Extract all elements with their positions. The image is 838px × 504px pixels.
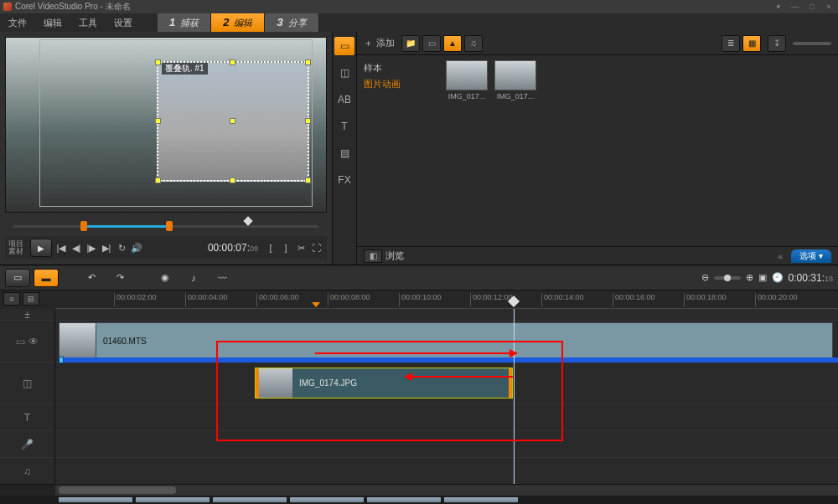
fullscreen-button[interactable]: ⛶ — [308, 243, 323, 253]
thumbnail-size-slider[interactable] — [793, 42, 831, 45]
window-title: Corel VideoStudio Pro - 未命名 — [15, 1, 131, 13]
audio-mixer-button[interactable]: ♪ — [181, 269, 206, 287]
fx-tab-icon[interactable]: FX — [334, 171, 354, 189]
clip-out-handle[interactable] — [509, 368, 512, 398]
scrollbar-thumb[interactable] — [59, 486, 176, 494]
add-media-button[interactable]: ＋添加 — [364, 37, 395, 49]
thumbnail — [446, 60, 488, 90]
timeline-scrollbar[interactable] — [0, 484, 838, 496]
menu-settings[interactable]: 设置 — [106, 13, 141, 32]
ruler-tick: 00:00:04:00 — [185, 293, 228, 306]
step-edit[interactable]: 2编辑 — [211, 13, 265, 32]
scrub-playhead[interactable] — [243, 216, 252, 225]
mark-out-button[interactable]: ] — [278, 243, 293, 253]
filter-tab-icon[interactable]: ▤ — [334, 144, 354, 162]
filter-photo-button[interactable]: ▲ — [443, 35, 462, 52]
maximize-button[interactable]: □ — [806, 3, 818, 11]
track-toggle-row[interactable]: ± — [0, 309, 54, 321]
voice-lane[interactable] — [55, 431, 838, 458]
transition-tab-icon[interactable]: ◫ — [334, 64, 354, 82]
video-track-header[interactable]: ▭ 👁 — [0, 321, 54, 363]
open-folder-button[interactable]: 📁 — [401, 35, 420, 52]
overlay-lane[interactable]: IMG_0174.JPG — [55, 363, 838, 404]
step-capture[interactable]: 1捕获 — [158, 13, 211, 32]
storyboard-view-button[interactable]: ▭ — [5, 269, 30, 287]
track-headers: ± ▭ 👁 ◫ T 🎤 ♫ — [0, 309, 55, 484]
prev-frame-button[interactable]: ◀| — [69, 243, 84, 254]
volume-button[interactable]: 🔊 — [129, 243, 144, 254]
record-button[interactable]: ◉ — [153, 269, 178, 287]
ruler-tick: 00:00:02:00 — [114, 293, 157, 306]
snap-button[interactable]: ⊟ — [23, 292, 39, 306]
redo-button[interactable]: ↷ — [107, 269, 132, 287]
menu-file[interactable]: 文件 — [0, 13, 35, 32]
library-body: 样本 图片动画 IMG_017... IMG_017... — [357, 55, 838, 246]
title-track-header[interactable]: T — [0, 404, 54, 431]
overlay-clip[interactable]: IMG_0174.JPG — [255, 368, 513, 399]
music-track-header[interactable]: ♫ — [0, 458, 54, 484]
help-icon[interactable]: ✦ — [773, 3, 784, 11]
clock-icon: 🕘 — [772, 272, 784, 283]
cut-button[interactable]: ✂ — [293, 243, 308, 254]
step-share[interactable]: 3分享 — [265, 13, 318, 32]
app-icon — [3, 3, 12, 11]
overlay-selection[interactable] — [157, 61, 309, 182]
ruler-marker[interactable] — [312, 302, 320, 307]
video-clip[interactable]: 01460.MTS — [59, 322, 833, 360]
marker-lane — [55, 309, 838, 321]
auto-music-button[interactable]: 〰 — [210, 269, 235, 287]
repeat-button[interactable]: ↻ — [114, 243, 129, 254]
mark-in-button[interactable]: [ — [263, 243, 278, 253]
preview-canvas[interactable]: 覆叠轨. #1 — [5, 37, 327, 213]
minimize-button[interactable]: — — [789, 3, 801, 11]
track-lanes[interactable]: 01460.MTS IMG_0174.JPG — [55, 309, 838, 484]
voice-track-header[interactable]: 🎤 — [0, 431, 54, 458]
zoom-in-button[interactable]: ⊕ — [746, 272, 753, 283]
title-lane[interactable] — [55, 404, 838, 431]
zoom-out-button[interactable]: ⊖ — [701, 272, 709, 283]
play-button[interactable]: ▶ — [30, 239, 52, 257]
category-photo-animation[interactable]: 图片动画 — [364, 76, 434, 92]
track-manager-button[interactable]: ≡ — [3, 292, 20, 306]
project-timecode: 0:00:31:18 — [789, 272, 833, 284]
library-category-strip: ▭ ◫ AB T ▤ FX — [332, 32, 357, 265]
title-tab-icon[interactable]: AB — [334, 90, 354, 109]
close-button[interactable]: × — [823, 3, 835, 11]
media-tab-icon[interactable]: ▭ — [334, 37, 354, 55]
eye-icon[interactable]: 👁 — [28, 336, 39, 347]
filter-audio-button[interactable]: ♫ — [464, 35, 483, 52]
menu-edit[interactable]: 编辑 — [35, 13, 70, 32]
preview-timecode: 00:00:07:08 — [208, 242, 258, 254]
menu-tools[interactable]: 工具 — [70, 13, 106, 32]
timeline-view-button[interactable]: ▬ — [34, 269, 59, 287]
undo-button[interactable]: ↶ — [79, 269, 104, 287]
next-frame-button[interactable]: |▶ — [84, 243, 99, 254]
item-name: IMG_017... — [494, 92, 536, 100]
ruler-tick: 00:00:14:00 — [541, 293, 584, 306]
fit-timeline-button[interactable]: ▣ — [758, 272, 767, 283]
time-ruler[interactable]: 00:00:02:00 00:00:04:00 00:00:06:00 00:0… — [55, 291, 838, 309]
library-item[interactable]: IMG_017... — [446, 60, 488, 241]
timeline-toolbar: ▭ ▬ ↶ ↷ ◉ ♪ 〰 ⊖ ⊕ ▣ 🕘 0:00:31:18 — [0, 265, 838, 291]
goto-start-button[interactable]: |◀ — [54, 243, 69, 254]
ruler-tick: 00:00:20:00 — [755, 293, 798, 306]
preview-scrubber[interactable] — [5, 218, 327, 234]
zoom-slider[interactable] — [714, 276, 741, 280]
goto-end-button[interactable]: ▶| — [99, 243, 114, 254]
browse-icon[interactable]: ◧ — [364, 249, 382, 263]
out-point-marker[interactable] — [166, 221, 173, 231]
grid-view-button[interactable]: ▦ — [742, 35, 761, 52]
video-lane[interactable]: 01460.MTS — [55, 321, 838, 363]
graphic-tab-icon[interactable]: T — [334, 117, 354, 136]
options-button[interactable]: 选项 ▾ — [791, 249, 831, 263]
category-sample[interactable]: 样本 — [364, 60, 434, 76]
collapse-icon[interactable]: « — [778, 251, 786, 261]
library-item[interactable]: IMG_017... — [494, 60, 536, 241]
clip-name: IMG_0174.JPG — [292, 378, 364, 388]
music-lane[interactable] — [55, 458, 838, 484]
list-view-button[interactable]: ≣ — [722, 35, 740, 52]
sort-button[interactable]: ↧ — [768, 35, 786, 52]
filter-video-button[interactable]: ▭ — [422, 35, 441, 52]
overlay-track-header[interactable]: ◫ — [0, 363, 54, 404]
in-point-marker[interactable] — [80, 221, 87, 231]
